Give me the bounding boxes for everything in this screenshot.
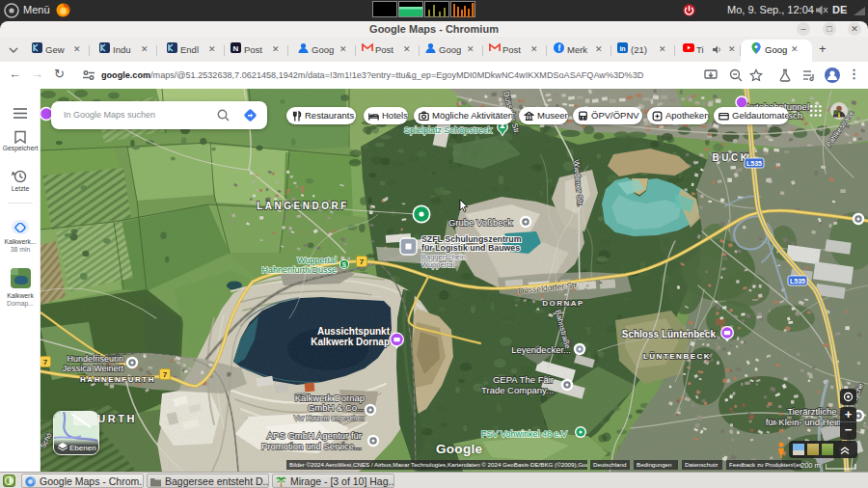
svg-text:Schloss Lüntenbeck: Schloss Lüntenbeck bbox=[622, 329, 717, 339]
svg-text:7: 7 bbox=[360, 258, 365, 266]
svg-text:f: f bbox=[558, 43, 561, 53]
svg-text:Kalkwerk Dornap: Kalkwerk Dornap bbox=[311, 337, 390, 347]
svg-text:Hahnenfurth/Düsse: Hahnenfurth/Düsse bbox=[261, 265, 337, 275]
svg-text:GmbH & Co...: GmbH & Co... bbox=[308, 402, 365, 413]
svg-text:Leyendecker...: Leyendecker... bbox=[511, 344, 571, 355]
svg-text:APS GmbH Agentur für: APS GmbH Agentur für bbox=[267, 430, 362, 441]
svg-text:FSV Vohwinkel 48 e.V: FSV Vohwinkel 48 e.V bbox=[481, 429, 567, 439]
svg-text:S: S bbox=[342, 261, 347, 268]
svg-text:Aussichtspunkt: Aussichtspunkt bbox=[317, 326, 391, 337]
svg-text:7: 7 bbox=[43, 358, 48, 366]
svg-text:Hundefriseurin: Hundefriseurin bbox=[67, 354, 123, 364]
svg-text:in: in bbox=[619, 45, 625, 52]
svg-text:7: 7 bbox=[163, 370, 168, 379]
svg-text:LÜNTENBECK: LÜNTENBECK bbox=[643, 352, 711, 361]
svg-text:für Logistik und Bauwes: für Logistik und Bauwes bbox=[421, 243, 520, 253]
svg-text:Wuppertal: Wuppertal bbox=[421, 260, 454, 269]
svg-text:L535: L535 bbox=[790, 278, 805, 285]
svg-text:Promotion und Service...: Promotion und Service... bbox=[261, 441, 362, 451]
svg-text:L535: L535 bbox=[746, 160, 762, 167]
svg-text:N: N bbox=[233, 44, 239, 53]
svg-text:Jessica Weinert: Jessica Weinert bbox=[63, 364, 124, 373]
svg-text:GEPA The Fair: GEPA The Fair bbox=[493, 374, 554, 385]
svg-text:Spielplatz Schöpstreck: Spielplatz Schöpstreck bbox=[404, 125, 493, 135]
svg-text:Grube Voßbeck: Grube Voßbeck bbox=[448, 217, 512, 228]
svg-text:LANGENDORF: LANGENDORF bbox=[257, 201, 349, 211]
svg-text:Wuppertal: Wuppertal bbox=[297, 256, 337, 265]
svg-text:HAHNENFURTH: HAHNENFURTH bbox=[80, 375, 155, 384]
svg-text:Vor Kurzem angesehen: Vor Kurzem angesehen bbox=[294, 415, 365, 422]
svg-text:Trade Company...: Trade Company... bbox=[481, 385, 554, 395]
svg-text:DORNAP: DORNAP bbox=[542, 299, 584, 308]
